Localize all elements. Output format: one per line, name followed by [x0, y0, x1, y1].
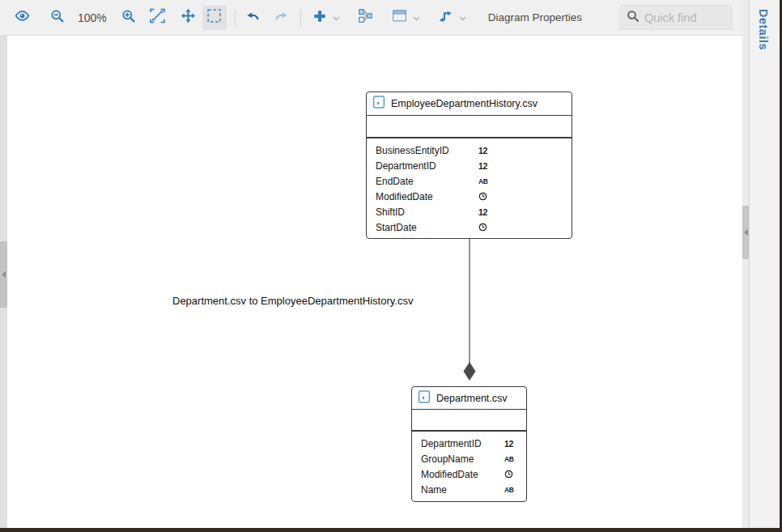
- column-type-icon: AB: [504, 455, 514, 463]
- entity-column-row[interactable]: ModifiedDate clock: [412, 466, 526, 482]
- left-sash-thumb[interactable]: [0, 241, 7, 308]
- zoom-out-icon: [50, 9, 65, 27]
- entity-header[interactable]: , EmployeeDepartmentHistory.csv: [367, 92, 572, 116]
- key-compartment: [367, 116, 572, 138]
- details-panel: Details: [749, 0, 780, 528]
- table-view-dropdown[interactable]: [412, 11, 421, 25]
- datetime-type-icon: [504, 470, 513, 479]
- column-name: GroupName: [421, 453, 504, 465]
- column-name: ModifiedDate: [421, 469, 504, 480]
- entity-columns: BusinessEntityID 12 DepartmentID 12 EndD…: [367, 138, 572, 235]
- undo-icon: [244, 9, 261, 27]
- column-type-icon: AB: [478, 177, 488, 185]
- column-name: ShiftID: [376, 206, 478, 218]
- toolbar-separator: [300, 9, 301, 27]
- add-element-button[interactable]: [309, 7, 330, 28]
- marquee-select-icon: [206, 8, 222, 27]
- column-name: BusinessEntityID: [376, 145, 478, 156]
- right-sash-thumb[interactable]: [742, 206, 749, 259]
- details-tab[interactable]: Details: [757, 9, 770, 50]
- connector-style-button[interactable]: [436, 7, 457, 28]
- entity-column-row[interactable]: DepartmentID 12: [367, 158, 572, 173]
- column-name: StartDate: [376, 222, 478, 233]
- entity-column-row[interactable]: DepartmentID 12: [412, 436, 526, 451]
- csv-file-icon: ,: [418, 390, 431, 406]
- zoom-level-value: 100%: [78, 11, 107, 24]
- entity-title: Department.csv: [436, 393, 508, 404]
- entity-columns: DepartmentID 12 GroupName AB ModifiedDat…: [412, 432, 526, 497]
- key-compartment: [412, 410, 526, 432]
- column-name: DepartmentID: [421, 438, 504, 449]
- connector-style-dropdown[interactable]: [458, 11, 467, 25]
- toolbar-separator: [235, 9, 236, 27]
- diagram-toolbar: 100% Diagram Properties: [0, 0, 742, 36]
- column-name: DepartmentID: [376, 160, 478, 172]
- entity-column-row[interactable]: StartDate clock: [367, 219, 572, 235]
- move-tool-button[interactable]: [178, 7, 199, 28]
- chevron-down-icon: [332, 11, 341, 25]
- datetime-type-icon: [478, 223, 487, 232]
- collapse-left-icon: [2, 271, 6, 278]
- column-type-icon: 12: [478, 146, 487, 155]
- svg-text:,: ,: [422, 390, 424, 401]
- entity-column-row[interactable]: ShiftID 12: [367, 204, 572, 219]
- right-panel-sash[interactable]: [742, 0, 749, 528]
- add-icon: [312, 9, 327, 27]
- zoom-out-button[interactable]: [47, 7, 68, 28]
- column-type-icon: AB: [504, 486, 514, 494]
- zoom-in-button[interactable]: [118, 7, 139, 28]
- move-icon: [181, 8, 196, 27]
- fit-window-button[interactable]: [147, 7, 168, 28]
- diagram-properties-button[interactable]: Diagram Properties: [488, 11, 582, 23]
- eye-icon: [15, 8, 30, 27]
- entity-column-row[interactable]: ModifiedDate clock: [367, 189, 572, 204]
- relation-label[interactable]: Department.csv to EmployeeDepartmentHist…: [172, 295, 413, 307]
- redo-icon: [274, 9, 290, 27]
- column-name: Name: [421, 484, 504, 496]
- datetime-type-icon: [478, 192, 487, 201]
- diamond-arrowhead: [464, 362, 476, 381]
- svg-text:,: ,: [376, 96, 379, 106]
- view-settings-button[interactable]: [11, 7, 32, 28]
- entity-employeedepartmenthistory[interactable]: , EmployeeDepartmentHistory.csv Business…: [366, 92, 572, 239]
- column-type-icon: 12: [504, 439, 513, 449]
- entity-column-row[interactable]: GroupName AB: [412, 451, 526, 466]
- chevron-down-icon: [458, 11, 467, 25]
- column-type-icon: 12: [478, 161, 487, 171]
- column-type-icon: 12: [478, 207, 487, 217]
- marquee-select-button[interactable]: [202, 6, 227, 30]
- table-view-button[interactable]: [389, 7, 410, 28]
- entity-column-row[interactable]: Name AB: [412, 482, 526, 497]
- fit-window-icon: [150, 8, 165, 27]
- window-edge-bottom: [0, 528, 782, 532]
- entity-column-row[interactable]: BusinessEntityID 12: [367, 143, 572, 158]
- entity-department[interactable]: , Department.csv DepartmentID 12 GroupNa…: [411, 386, 527, 502]
- auto-layout-button[interactable]: [355, 7, 376, 28]
- csv-file-icon: ,: [372, 96, 385, 112]
- add-element-dropdown[interactable]: [332, 11, 341, 25]
- entity-header[interactable]: , Department.csv: [412, 387, 526, 410]
- quick-find-box[interactable]: [619, 5, 733, 30]
- redo-button[interactable]: [271, 7, 292, 28]
- entity-column-row[interactable]: EndDate AB: [367, 173, 572, 189]
- table-view-icon: [392, 8, 407, 27]
- search-icon: [627, 10, 640, 26]
- auto-layout-icon: [358, 8, 373, 27]
- connector-style-icon: [438, 8, 453, 27]
- column-name: EndDate: [376, 176, 478, 187]
- entity-title: EmployeeDepartmentHistory.csv: [391, 98, 538, 109]
- zoom-in-icon: [121, 9, 136, 27]
- diagram-canvas[interactable]: Department.csv to EmployeeDepartmentHist…: [7, 36, 742, 528]
- expand-details-icon: [744, 229, 748, 236]
- chevron-down-icon: [412, 11, 421, 25]
- quick-find-input[interactable]: [644, 11, 725, 24]
- undo-button[interactable]: [242, 7, 263, 28]
- left-panel-sash[interactable]: [0, 36, 7, 528]
- column-name: ModifiedDate: [376, 191, 478, 202]
